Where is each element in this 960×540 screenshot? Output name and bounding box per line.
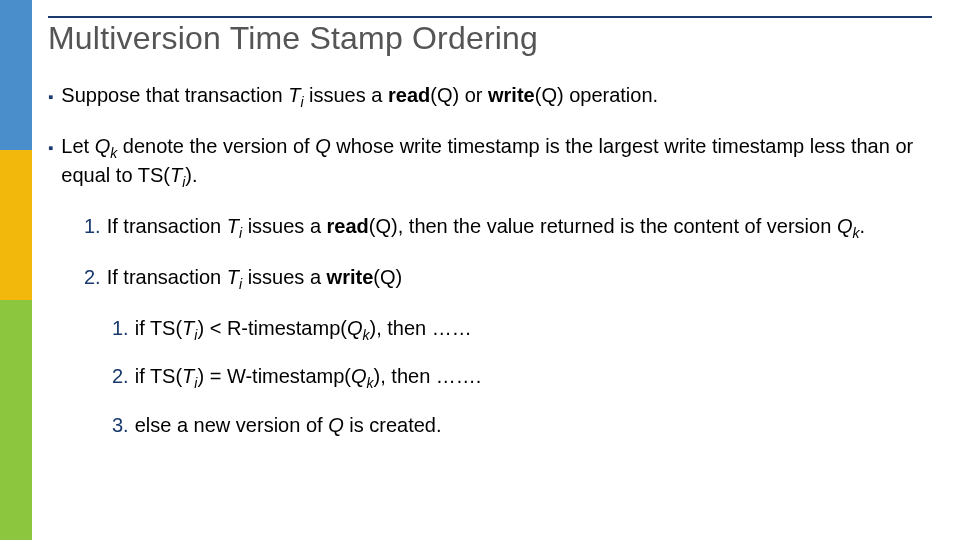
text: ), then ……: [369, 317, 471, 339]
T: T: [288, 84, 300, 106]
text: is created.: [344, 414, 442, 436]
text: If transaction: [107, 215, 227, 237]
T: T: [182, 365, 194, 387]
Q: Q: [347, 317, 363, 339]
num-item-1-text: If transaction Ti issues a read(Q), then…: [107, 214, 865, 243]
text: ) < R-timestamp(: [197, 317, 346, 339]
num: 2.: [84, 265, 101, 291]
T: T: [227, 215, 239, 237]
bullet-1-text: Suppose that transaction Ti issues a rea…: [61, 83, 932, 112]
text: issues a: [304, 84, 388, 106]
Q: Q: [328, 414, 344, 436]
num: 2.: [112, 364, 129, 390]
sub-item-1-text: if TS(Ti) < R-timestamp(Qk), then ……: [135, 316, 472, 345]
Q: Q: [95, 135, 111, 157]
read: read: [388, 84, 430, 106]
k: k: [367, 375, 374, 391]
slide-content: ▪ Suppose that transaction Ti issues a r…: [48, 83, 932, 439]
num-item-2: 2. If transaction Ti issues a write(Q): [84, 265, 932, 294]
text: (Q): [373, 266, 402, 288]
num: 1.: [84, 214, 101, 240]
text: (Q), then the value returned is the cont…: [369, 215, 837, 237]
T: T: [227, 266, 239, 288]
read: read: [327, 215, 369, 237]
arg: (Q): [430, 84, 459, 106]
sub-item-2-text: if TS(Ti) = W-timestamp(Qk), then …….: [135, 364, 482, 393]
T: T: [170, 164, 182, 186]
Q: Q: [351, 365, 367, 387]
text: or: [459, 84, 488, 106]
Q: Q: [315, 135, 331, 157]
bullet-2: ▪ Let Qk denote the version of Q whose w…: [48, 134, 932, 192]
square-bullet-icon: ▪: [48, 138, 53, 157]
slide-title: Multiversion Time Stamp Ordering: [48, 20, 932, 57]
text: if TS(: [135, 365, 182, 387]
text: .: [859, 215, 865, 237]
side-stripe: [0, 0, 32, 540]
sub-item-3-text: else a new version of Q is created.: [135, 413, 442, 439]
stripe-green: [0, 300, 32, 540]
square-bullet-icon: ▪: [48, 87, 53, 106]
num-item-1: 1. If transaction Ti issues a read(Q), t…: [84, 214, 932, 243]
num: 3.: [112, 413, 129, 439]
write: write: [327, 266, 374, 288]
num: 1.: [112, 316, 129, 342]
slide-body: Multiversion Time Stamp Ordering ▪ Suppo…: [48, 16, 932, 530]
title-rule: [48, 16, 932, 18]
T: T: [182, 317, 194, 339]
text: ).: [185, 164, 197, 186]
text: if TS(: [135, 317, 182, 339]
text: denote the version of: [117, 135, 315, 157]
text: ), then …….: [374, 365, 482, 387]
text: issues a: [242, 266, 326, 288]
text: If transaction: [107, 266, 227, 288]
sub-item-3: 3. else a new version of Q is created.: [112, 413, 932, 439]
text: Suppose that transaction: [61, 84, 288, 106]
text: else a new version of: [135, 414, 328, 436]
num-item-2-text: If transaction Ti issues a write(Q): [107, 265, 402, 294]
text: Let: [61, 135, 94, 157]
sub-item-2: 2. if TS(Ti) = W-timestamp(Qk), then …….: [112, 364, 932, 393]
sub-item-1: 1. if TS(Ti) < R-timestamp(Qk), then ……: [112, 316, 932, 345]
sub-list: 1. if TS(Ti) < R-timestamp(Qk), then …… …: [112, 316, 932, 439]
text: issues a: [242, 215, 326, 237]
bullet-2-text: Let Qk denote the version of Q whose wri…: [61, 134, 932, 192]
bullet-1: ▪ Suppose that transaction Ti issues a r…: [48, 83, 932, 112]
write: write: [488, 84, 535, 106]
text: ) = W-timestamp(: [197, 365, 351, 387]
Q: Q: [837, 215, 853, 237]
numbered-list: 1. If transaction Ti issues a read(Q), t…: [84, 214, 932, 439]
text: (Q) operation.: [535, 84, 658, 106]
